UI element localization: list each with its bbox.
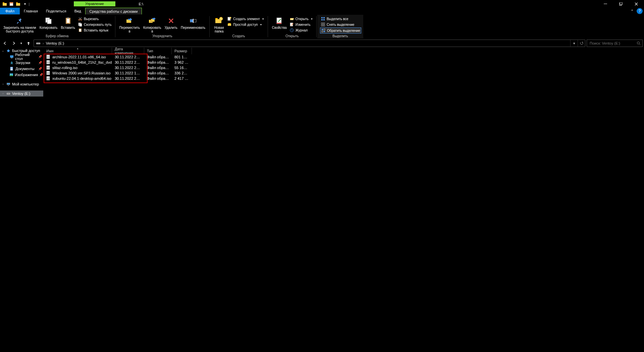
select-all-label: Выделить все	[327, 17, 348, 21]
svg-rect-52	[10, 55, 13, 58]
cut-button[interactable]: Вырезать	[77, 16, 112, 21]
col-name[interactable]: Имя	[44, 48, 112, 54]
recent-locations-button[interactable]: ▾	[19, 40, 23, 47]
nav-this-pc-label: Мой компьютер	[12, 82, 39, 86]
address-bar[interactable]: › Ventoy (E:) ▾	[34, 40, 585, 47]
properties-button[interactable]: Свойства	[271, 15, 288, 30]
svg-rect-6	[604, 4, 607, 4]
svg-point-73	[48, 67, 49, 68]
move-to-icon	[125, 16, 134, 25]
move-to-button[interactable]: Переместить в	[118, 15, 141, 34]
file-row[interactable]: ru_windows10_64bit_21h2_ltsc_dvd.iso 30.…	[44, 60, 644, 65]
breadcrumb-text: Ventoy (E:)	[46, 41, 64, 45]
tab-drive-tools[interactable]: Средства работы с дисками	[85, 8, 142, 14]
svg-rect-42	[323, 23, 325, 24]
open-button[interactable]: Открыть ▼	[289, 16, 314, 21]
edit-button[interactable]: Изменить	[289, 22, 314, 27]
col-size[interactable]: Размер	[172, 48, 192, 54]
col-type[interactable]: Тип	[144, 48, 172, 54]
svg-rect-31	[228, 24, 231, 26]
qat-overflow[interactable]: ▾	[21, 1, 28, 7]
nav-downloads[interactable]: Загрузки 📌	[0, 60, 43, 66]
svg-rect-41	[321, 23, 323, 24]
group-open-label: Открыть	[271, 34, 314, 39]
svg-rect-8	[620, 2, 622, 5]
chevron-right-icon[interactable]: ›	[42, 41, 45, 45]
new-item-button[interactable]: Создать элемент ▼	[226, 16, 265, 21]
breadcrumb[interactable]: › Ventoy (E:)	[34, 41, 66, 46]
svg-rect-1	[3, 2, 4, 3]
search-box[interactable]	[587, 40, 643, 47]
svg-rect-61	[7, 83, 10, 84]
invert-selection-button[interactable]: Обратить выделение	[320, 27, 361, 34]
history-button[interactable]: Журнал	[289, 27, 314, 33]
group-open: Свойства Открыть ▼ Изменить	[269, 15, 316, 39]
refresh-button[interactable]	[578, 40, 585, 47]
folder-icon[interactable]	[1, 1, 8, 7]
nav-separator	[0, 87, 43, 91]
ribbon-collapse[interactable]: ⌃	[628, 9, 636, 13]
ribbon-divider	[316, 16, 317, 37]
search-input[interactable]	[589, 41, 637, 46]
qat-btn-2[interactable]	[15, 1, 21, 7]
file-size: 336 208 КБ	[172, 71, 192, 75]
tab-view[interactable]: Вид	[70, 8, 85, 14]
nav-pictures[interactable]: Изображения 📌	[0, 72, 43, 78]
col-date[interactable]: Дата изменения	[112, 48, 144, 54]
paste-shortcut-button[interactable]: Вставить ярлык	[77, 27, 112, 33]
easy-access-button[interactable]: Простой доступ ▼	[226, 22, 265, 27]
up-button[interactable]	[25, 40, 32, 47]
cut-label: Вырезать	[84, 17, 99, 21]
svg-point-70	[48, 62, 49, 63]
forward-button[interactable]	[10, 40, 17, 47]
tab-home[interactable]: Главная	[20, 8, 42, 14]
select-none-button[interactable]: Снять выделение	[320, 22, 361, 27]
select-none-label: Снять выделение	[327, 23, 354, 26]
nav-this-pc[interactable]: › Мой компьютер	[0, 81, 43, 87]
qat-btn-1[interactable]	[8, 1, 15, 7]
minimize-button[interactable]	[598, 0, 613, 8]
file-row[interactable]: Windows 2000.ver.SP3.Russian.iso 30.11.2…	[44, 70, 644, 76]
svg-rect-3	[10, 2, 13, 3]
copy-path-label: Скопировать путь	[84, 23, 112, 26]
back-button[interactable]	[1, 40, 9, 47]
paste-icon	[63, 16, 73, 25]
new-folder-button[interactable]: Новая папка	[212, 15, 226, 34]
tab-share[interactable]: Поделиться	[42, 8, 70, 14]
file-date: 30.11.2022 20:21	[112, 76, 144, 80]
file-date: 30.11.2022 19:58	[112, 71, 144, 75]
tab-file[interactable]: Файл	[0, 8, 20, 14]
copy-path-button[interactable]: Скопировать путь	[77, 22, 112, 27]
disc-icon	[46, 55, 51, 59]
file-row[interactable]: xubuntu-22.04.1-desktop-amd64.iso 30.11.…	[44, 76, 644, 81]
file-row[interactable]: slitaz-rolling.iso 30.11.2022 20:05 Файл…	[44, 65, 644, 70]
file-row[interactable]: archlinux-2022.11.01-x86_64.iso 30.11.20…	[44, 54, 644, 60]
select-all-button[interactable]: Выделить все	[320, 16, 361, 21]
nav-ventoy-drive[interactable]: › Ventoy (E:)	[0, 91, 43, 97]
address-dropdown[interactable]: ▾	[570, 40, 578, 47]
svg-point-67	[48, 57, 49, 57]
rename-button[interactable]: Переименовать	[179, 15, 207, 30]
copy-to-button[interactable]: Копировать в	[142, 15, 163, 34]
expand-icon[interactable]: ⌄	[1, 49, 5, 52]
expand-icon[interactable]: ›	[1, 82, 5, 86]
close-button[interactable]	[629, 0, 644, 8]
expand-icon[interactable]: ›	[1, 92, 5, 95]
help-button[interactable]: ?	[637, 8, 643, 14]
pin-to-quick-access-button[interactable]: Закрепить на панели быстрого доступа	[2, 15, 38, 34]
svg-rect-0	[3, 3, 7, 6]
maximize-button[interactable]	[613, 0, 629, 8]
group-clipboard: Закрепить на панели быстрого доступа Коп…	[0, 15, 114, 39]
nav-documents[interactable]: Документы 📌	[0, 66, 43, 72]
svg-rect-24	[190, 19, 193, 22]
delete-button[interactable]: Удалить	[163, 15, 179, 30]
desktop-icon	[9, 54, 14, 59]
new-folder-icon	[214, 16, 224, 25]
paste-button[interactable]: Вставить	[60, 15, 76, 30]
file-name: Windows 2000.ver.SP3.Russian.iso	[52, 71, 111, 75]
copy-button[interactable]: Копировать	[38, 15, 59, 30]
delete-icon	[166, 16, 176, 25]
column-headers: Имя Дата изменения Тип Размер	[44, 48, 644, 54]
disc-icon	[46, 71, 51, 75]
nav-desktop[interactable]: Рабочий стол 📌	[0, 54, 43, 60]
